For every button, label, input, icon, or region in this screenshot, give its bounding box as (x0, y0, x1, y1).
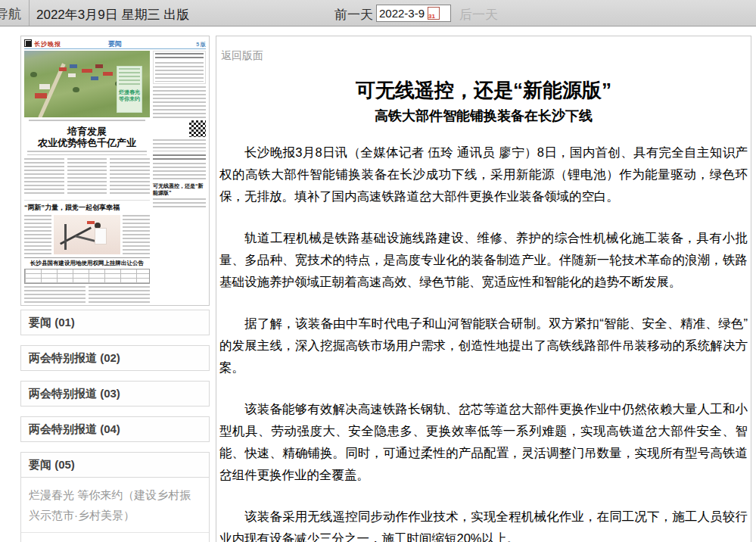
simulated-headline (153, 154, 206, 160)
article-paragraph: 据了解，该装备由中车时代电子和山河智能联合研制。双方紧扣“智能、安全、精准、绿色… (219, 313, 748, 378)
thumb-right-top-article (153, 51, 206, 84)
notice-table (24, 269, 150, 284)
nav-menu-item-partial[interactable]: 导航 (0, 5, 21, 23)
simulated-text (123, 215, 150, 254)
thumb-page-number: 5 版 (196, 41, 206, 48)
article-subtitle: 高铁大部件智能铺换装备在长沙下线 (219, 107, 748, 125)
simulated-text (24, 158, 64, 196)
sidebar-article-list: 烂漫春光 等你来约（建设乡村振兴示范市·乡村美景） 培育发展农业优势特色千亿产业 (20, 478, 210, 542)
date-input[interactable] (379, 7, 425, 20)
promo-text: 烂漫春光 等你来约 (119, 89, 140, 102)
top-toolbar: 导航 2022年3月9日 星期三 出版 前一天 31 后一天 (0, 0, 756, 26)
simulated-text (110, 158, 150, 196)
thumb-middle-row (24, 215, 150, 254)
article-panel: 返回版面 可无线遥控，还是“新能源版” 高铁大部件智能铺换装备在长沙下线 长沙晚… (216, 36, 751, 542)
thumb-second-headline: “两新”力量，跟党一起创享幸福 (24, 200, 150, 213)
simulated-text (153, 198, 206, 207)
date-picker-field[interactable]: 31 (376, 5, 451, 22)
article-paragraph: 轨道工程机械是铁路基础设施线路建设、维修、养护的综合性机械化施工装备，具有小批量… (219, 227, 748, 293)
promo-box: 烂漫春光 等你来约 (117, 66, 142, 113)
next-day-button-disabled: 后一天 (459, 6, 498, 23)
sidebar-section-01[interactable]: 要闻 (01) (20, 310, 210, 335)
promo-line-1: 烂漫春光 (119, 89, 140, 95)
previous-day-button[interactable]: 前一天 (334, 6, 373, 23)
thumb-main-headline: 培育发展 农业优势特色千亿产业 (24, 126, 150, 148)
calendar-icon[interactable]: 31 (428, 7, 440, 20)
article-title: 可无线遥控，还是“新能源版” (219, 79, 748, 101)
sidebar-section-04[interactable]: 两会特别报道 (04) (20, 416, 210, 442)
simulated-text (119, 68, 140, 86)
thumb-current-article-headline: 可无线遥控，还是“新能源版” (153, 182, 206, 196)
thumb-subhead-simulated (27, 151, 147, 155)
photo-road (38, 63, 65, 117)
notice-text-columns (24, 286, 150, 304)
simulated-text (24, 215, 51, 254)
back-to-page-link[interactable]: 返回版面 (221, 49, 263, 63)
thumb-main-headline-line2: 农业优势特色千亿产业 (24, 137, 150, 148)
sidebar-section-03[interactable]: 两会特别报道 (03) (20, 381, 210, 406)
article-paragraph: 该装备能够有效解决高速铁路长钢轨、岔芯等道岔大部件更换作业中仍然依赖大量人工和小… (219, 398, 748, 486)
thumb-notice-block: 长沙县国有建设用地使用权网上挂牌出让公告 (24, 257, 150, 304)
article-paragraph: 该装备采用无线遥控同步动作作业技术，实现全程机械化作业，在同工况下，施工人员较行… (219, 506, 748, 542)
simulated-text (67, 158, 107, 196)
thumb-left-column: 烂漫春光 等你来约 培育发展 农业优势特色千亿产业 “两新”力量，跟党一起创 (24, 51, 150, 304)
simulated-text (153, 163, 206, 179)
thumb-section-title: 要闻 (24, 39, 206, 49)
toolbar-divider (29, 0, 30, 26)
sidebar-article-link[interactable]: 培育发展农业优势特色千亿产业 (21, 532, 209, 542)
simulated-headline (155, 53, 204, 61)
article-content: 可无线遥控，还是“新能源版” 高铁大部件智能铺换装备在长沙下线 长沙晚报3月8日… (216, 36, 751, 542)
qr-code (189, 120, 206, 137)
simulated-text (153, 86, 206, 118)
sidebar-section-02[interactable]: 两会特别报道 (02) (20, 345, 210, 371)
article-body: 长沙晚报3月8日讯（全媒体记者 伍玲 通讯员 廖宁）8日，国内首创、具有完全自主… (219, 142, 748, 542)
simulated-text (153, 139, 206, 151)
thumb-right-column: 可无线遥控，还是“新能源版” (153, 51, 206, 304)
aerial-village-photo: 烂漫春光 等你来约 (24, 51, 150, 117)
thumb-page-header: 长沙晚报 要闻 5 版 (24, 39, 206, 49)
sidebar-article-link[interactable]: 烂漫春光 等你来约（建设乡村振兴示范市·乡村美景） (21, 478, 209, 532)
worker-photo (54, 215, 120, 254)
sidebar: 长沙晚报 要闻 5 版 (20, 36, 210, 542)
publication-date-label: 2022年3月9日 星期三 出版 (36, 6, 189, 23)
simulated-text (155, 62, 204, 82)
thumb-notice-title: 长沙县国有建设用地使用权网上挂牌出让公告 (24, 260, 150, 267)
calendar-icon-day: 31 (428, 13, 435, 20)
sidebar-section-05[interactable]: 要闻 (05) (20, 452, 210, 478)
simulated-text (89, 286, 150, 304)
article-paragraph: 长沙晚报3月8日讯（全媒体记者 伍玲 通讯员 廖宁）8日，国内首创、具有完全自主… (219, 142, 748, 207)
promo-line-2: 等你来约 (119, 95, 140, 102)
thumb-main-headline-line1: 培育发展 (24, 126, 150, 137)
thumb-text-columns (24, 158, 150, 196)
simulated-text (24, 286, 86, 304)
photo-caption-simulated (29, 120, 145, 123)
page-thumbnail[interactable]: 长沙晚报 要闻 5 版 (20, 36, 210, 306)
